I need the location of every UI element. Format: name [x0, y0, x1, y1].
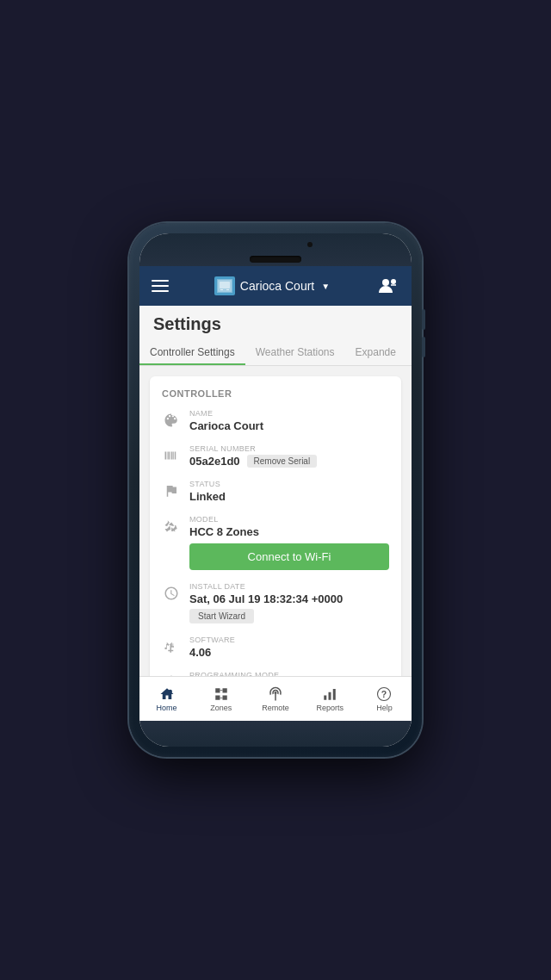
palette-icon [162, 411, 181, 430]
phone-device: Carioca Court ▼ Settings [129, 223, 422, 757]
svg-rect-9 [222, 688, 226, 692]
nav-zones[interactable]: Zones [194, 686, 248, 712]
status-field: STATUS Linked [189, 480, 389, 503]
remote-nav-icon [266, 686, 285, 702]
phone-top-bar [139, 233, 412, 266]
status-value: Linked [189, 490, 389, 503]
svg-point-5 [391, 279, 396, 284]
svg-rect-10 [215, 695, 220, 699]
dropdown-arrow[interactable]: ▼ [321, 282, 330, 291]
field-model: MODEL HCC 8 Zones Connect to Wi-Fi [162, 515, 389, 570]
install-date-value: Sat, 06 Jul 19 18:32:34 +0000 [189, 592, 389, 605]
phone-screen: Carioca Court ▼ Settings [139, 233, 412, 747]
phone-bottom-bar [139, 721, 412, 747]
connect-wifi-button[interactable]: Connect to Wi-Fi [189, 543, 389, 570]
hamburger-menu-button[interactable] [152, 280, 169, 292]
nav-home[interactable]: Home [139, 686, 194, 712]
svg-rect-1 [220, 282, 230, 288]
app-header: Carioca Court ▼ [139, 266, 412, 306]
field-software: SOFTWARE 4.06 [162, 636, 389, 659]
svg-rect-11 [222, 695, 226, 699]
page-title: Settings [153, 314, 398, 334]
tab-expanded[interactable]: Expande [345, 339, 406, 365]
serial-value-row: 05a2e1d0 Remove Serial [189, 455, 389, 468]
status-label: STATUS [189, 480, 389, 488]
name-label: NAME [189, 409, 389, 418]
flag-icon [162, 481, 181, 500]
rocket-icon [162, 517, 181, 536]
reports-nav-icon [320, 686, 339, 702]
svg-rect-2 [220, 289, 223, 290]
model-value: HCC 8 Zones [189, 525, 389, 538]
serial-field: SERIAL NUMBER 05a2e1d0 Remove Serial [189, 444, 389, 468]
install-date-label: INSTALL DATE [189, 582, 389, 591]
nav-reports[interactable]: Reports [303, 686, 357, 712]
controller-icon [214, 276, 235, 295]
model-field: MODEL HCC 8 Zones Connect to Wi-Fi [189, 515, 389, 570]
clock-icon [162, 584, 181, 603]
help-nav-label: Help [376, 704, 393, 712]
field-name: NAME Carioca Court [162, 409, 389, 432]
software-label: SOFTWARE [189, 636, 389, 644]
svg-point-4 [382, 279, 389, 286]
svg-rect-8 [215, 688, 220, 692]
serial-label: SERIAL NUMBER [189, 444, 389, 453]
bottom-nav: Home Zones [139, 676, 412, 721]
tab-controller-settings[interactable]: Controller Settings [139, 339, 245, 365]
section-title: CONTROLLER [162, 388, 389, 399]
start-wizard-button[interactable]: Start Wizard [189, 609, 254, 623]
software-field: SOFTWARE 4.06 [189, 636, 389, 659]
nav-remote[interactable]: Remote [248, 686, 302, 712]
install-date-field: INSTALL DATE Sat, 06 Jul 19 18:32:34 +00… [189, 582, 389, 623]
name-field: NAME Carioca Court [189, 409, 389, 432]
nav-help[interactable]: ? Help [357, 686, 412, 712]
usb-icon [162, 637, 181, 656]
name-value: Carioca Court [189, 419, 389, 432]
user-profile-icon[interactable] [375, 276, 399, 296]
home-nav-icon [158, 686, 176, 702]
home-nav-label: Home [157, 704, 177, 712]
header-title: Carioca Court [240, 279, 314, 293]
software-value: 4.06 [189, 646, 389, 659]
camera [307, 242, 313, 247]
tabs-bar: Controller Settings Weather Stations Exp… [139, 339, 412, 366]
svg-rect-17 [329, 692, 331, 699]
reports-nav-label: Reports [316, 704, 344, 712]
svg-point-7 [168, 689, 172, 693]
svg-rect-16 [324, 695, 326, 699]
controller-card: CONTROLLER NAME Carioca Court [150, 376, 401, 676]
help-nav-icon: ? [375, 686, 393, 702]
tab-weather-stations[interactable]: Weather Stations [245, 339, 345, 365]
svg-text:?: ? [381, 688, 387, 698]
speaker [250, 256, 301, 263]
main-content: CONTROLLER NAME Carioca Court [139, 366, 412, 676]
app-content: Carioca Court ▼ Settings [139, 266, 412, 721]
model-label: MODEL [189, 515, 389, 524]
barcode-icon [162, 446, 181, 465]
field-install-date: INSTALL DATE Sat, 06 Jul 19 18:32:34 +00… [162, 582, 389, 623]
remote-nav-label: Remote [262, 704, 289, 712]
field-status: STATUS Linked [162, 480, 389, 503]
page-title-bar: Settings [139, 306, 412, 339]
remove-serial-button[interactable]: Remove Serial [247, 455, 318, 468]
svg-rect-0 [218, 280, 232, 292]
svg-rect-18 [333, 689, 336, 700]
serial-value: 05a2e1d0 [189, 455, 240, 468]
zones-nav-label: Zones [210, 704, 232, 712]
field-serial: SERIAL NUMBER 05a2e1d0 Remove Serial [162, 444, 389, 468]
zones-nav-icon [212, 686, 231, 702]
svg-point-14 [275, 692, 277, 694]
header-center: Carioca Court ▼ [214, 276, 330, 295]
svg-rect-3 [226, 289, 229, 290]
